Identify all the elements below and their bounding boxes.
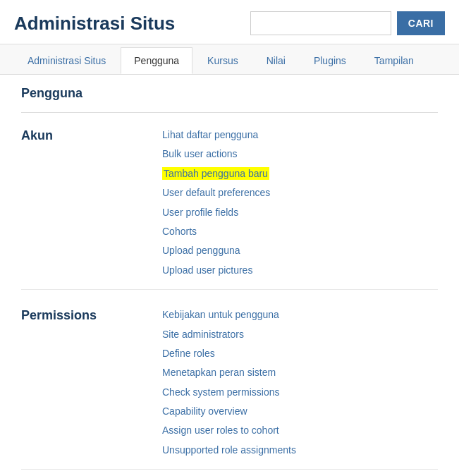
section-link[interactable]: Upload user pictures: [162, 262, 270, 278]
section-link[interactable]: Tambah pengguna baru: [162, 166, 270, 181]
section-link[interactable]: Check system permissions: [162, 384, 296, 400]
nav-tabs: Administrasi SitusPenggunaKursusNilaiPlu…: [0, 44, 459, 75]
nav-tab-kursus[interactable]: Kursus: [194, 47, 252, 74]
search-button[interactable]: CARI: [397, 11, 445, 35]
nav-tab-administrasi-situs[interactable]: Administrasi Situs: [14, 47, 119, 74]
main-content: Pengguna AkunLihat daftar penggunaBulk u…: [0, 75, 459, 476]
section-link[interactable]: Capability overview: [162, 403, 296, 419]
section-link[interactable]: Bulk user actions: [162, 146, 270, 161]
nav-tab-pengguna[interactable]: Pengguna: [121, 47, 192, 74]
section-links: Kebijakan untuk penggunaSite administrat…: [162, 307, 296, 458]
page-title: Administrasi Situs: [14, 13, 175, 35]
section-label: Akun: [21, 127, 162, 278]
section-link[interactable]: Menetapkan peran sistem: [162, 365, 296, 380]
sections-container: AkunLihat daftar penggunaBulk user actio…: [21, 127, 438, 470]
section-link[interactable]: Cohorts: [162, 224, 270, 239]
section-divider: [21, 112, 438, 113]
search-input[interactable]: [250, 11, 391, 35]
section-heading: Pengguna: [21, 86, 438, 105]
section-links: Lihat daftar penggunaBulk user actionsTa…: [162, 127, 270, 278]
section-label: Permissions: [21, 307, 162, 458]
section-link[interactable]: Upload pengguna: [162, 243, 270, 258]
section-link[interactable]: Unsupported role assignments: [162, 442, 296, 458]
nav-tab-tampilan[interactable]: Tampilan: [361, 47, 427, 74]
page-header: Administrasi Situs CARI: [0, 0, 459, 44]
section-block: PermissionsKebijakan untuk penggunaSite …: [21, 307, 438, 470]
section-link[interactable]: User default preferences: [162, 185, 270, 200]
nav-tab-plugins[interactable]: Plugins: [300, 47, 360, 74]
section-link[interactable]: Lihat daftar pengguna: [162, 127, 270, 142]
section-block: AkunLihat daftar penggunaBulk user actio…: [21, 127, 438, 290]
nav-tab-nilai[interactable]: Nilai: [253, 47, 299, 74]
section-link[interactable]: Define roles: [162, 346, 296, 361]
section-link[interactable]: User profile fields: [162, 205, 270, 220]
search-area: CARI: [250, 11, 445, 35]
section-link[interactable]: Site administrators: [162, 327, 296, 342]
section-link[interactable]: Kebijakan untuk pengguna: [162, 307, 296, 322]
section-link[interactable]: Assign user roles to cohort: [162, 422, 296, 438]
